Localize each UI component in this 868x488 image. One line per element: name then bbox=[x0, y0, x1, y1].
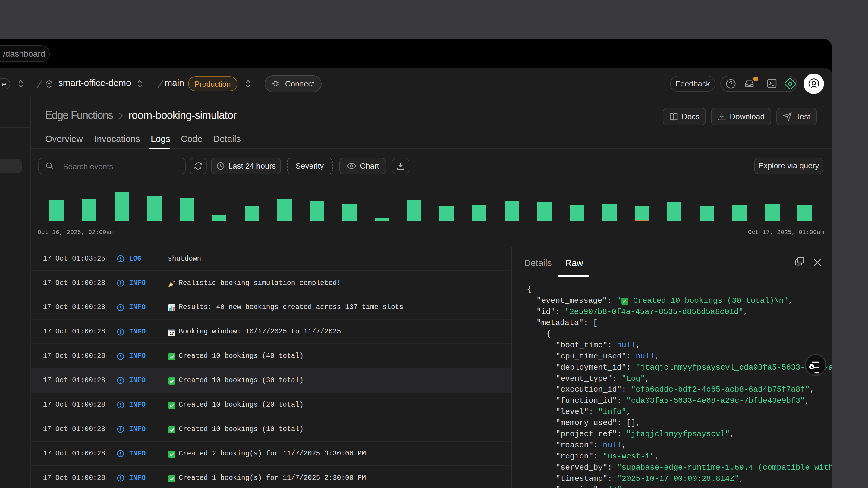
svg-text:17: 17 bbox=[170, 331, 174, 335]
